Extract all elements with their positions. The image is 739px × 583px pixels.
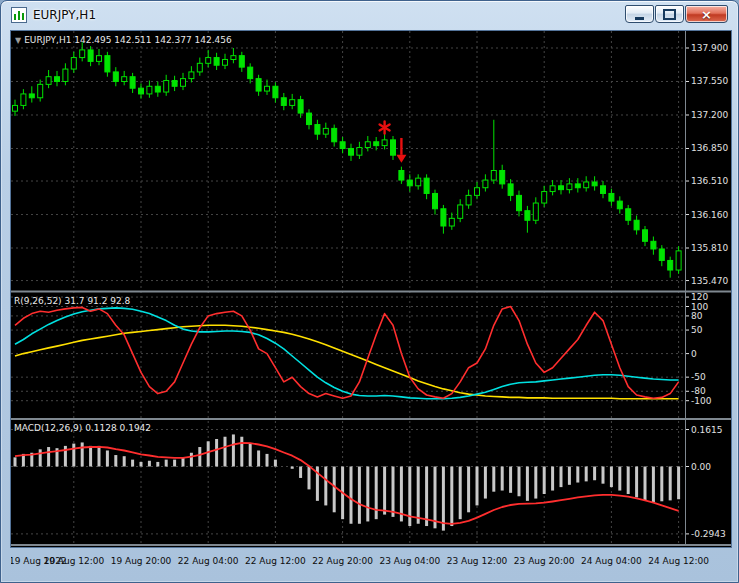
rci-indicator-label: R(9,26,52) 31.7 91.2 92.8	[14, 296, 130, 306]
time-label: 22 Aug 12:00	[245, 556, 306, 566]
rci-axis-label: 0	[691, 349, 697, 359]
candle-body	[323, 128, 328, 134]
time-label: 22 Aug 04:00	[178, 556, 239, 566]
price-axis-label: 135.810	[691, 243, 728, 253]
ohlc-readout: EURJPY,H1 142.495 142.511 142.377 142.45…	[24, 35, 232, 45]
candle-body	[298, 100, 303, 113]
candle-body	[466, 195, 471, 205]
candle-body	[55, 77, 60, 82]
close-icon: ×	[701, 7, 712, 22]
minimize-icon	[635, 17, 644, 20]
price-axis-label: 136.850	[691, 143, 728, 153]
candle-body	[357, 148, 362, 156]
macd-signal-line	[15, 443, 679, 524]
candle-body	[197, 63, 202, 72]
candle-body	[491, 170, 496, 180]
candle-body	[239, 56, 244, 67]
candle-body	[122, 77, 127, 82]
candle-body	[130, 77, 135, 88]
chart-area[interactable]: 137.900137.550137.200136.850136.510136.1…	[10, 30, 732, 548]
pane-splitter[interactable]	[11, 418, 731, 420]
price-axis-label: 137.200	[691, 110, 728, 120]
candle-body	[13, 105, 18, 111]
candle-body	[517, 195, 522, 210]
candle-body	[105, 56, 110, 72]
pane-splitter[interactable]	[11, 291, 731, 293]
candle-body	[508, 184, 513, 195]
candle-body	[601, 186, 606, 194]
candle-body	[441, 209, 446, 226]
time-axis[interactable]: 19 Aug 202219 Aug 12:0019 Aug 20:0022 Au…	[11, 550, 733, 574]
candle-body	[500, 170, 505, 183]
candle-body	[416, 178, 421, 186]
price-scale-separator[interactable]	[685, 31, 686, 544]
rci-axis-label: 50	[691, 325, 703, 335]
maximize-button[interactable]	[655, 5, 684, 23]
candle-body	[189, 72, 194, 79]
candle-body	[676, 251, 681, 270]
candle-body	[475, 188, 480, 196]
macd-indicator-label: MACD(12,26,9) 0.1128 0.1942	[14, 423, 151, 433]
candle-body	[164, 81, 169, 92]
candle-body	[71, 58, 76, 69]
candle-body	[307, 113, 312, 124]
candle-body	[113, 72, 118, 82]
rci-axis-label: 80	[691, 311, 703, 321]
candle-body	[172, 81, 177, 87]
chart-window-icon	[11, 7, 27, 23]
candle-body	[542, 192, 547, 203]
candle-body	[458, 205, 463, 218]
time-label: 23 Aug 12:00	[447, 556, 508, 566]
time-label: 24 Aug 04:00	[581, 556, 642, 566]
candle-body	[584, 182, 589, 188]
candle-body	[206, 58, 211, 64]
chart-canvas[interactable]: 137.900137.550137.200136.850136.510136.1…	[11, 31, 731, 547]
candle-body	[374, 142, 379, 146]
close-button[interactable]: ×	[685, 5, 728, 23]
candle-body	[340, 142, 345, 149]
candle-body	[214, 58, 219, 66]
macd-axis-label: 0.00	[691, 462, 711, 472]
price-axis-label: 136.160	[691, 210, 728, 220]
window-title: EURJPY,H1	[33, 8, 96, 22]
candle-body	[643, 230, 648, 241]
candle-body	[533, 203, 538, 220]
candle-body	[80, 50, 85, 58]
candle-body	[559, 186, 564, 190]
candle-body	[281, 98, 286, 106]
minimize-button[interactable]	[625, 5, 654, 23]
rci-axis-label: -100	[691, 396, 712, 406]
candle-body	[315, 125, 320, 135]
time-label: 19 Aug 12:00	[43, 556, 104, 566]
time-label: 24 Aug 12:00	[648, 556, 709, 566]
window-controls: ×	[625, 5, 728, 23]
candle-body	[365, 142, 370, 148]
candle-body	[483, 180, 488, 188]
candle-body	[567, 184, 572, 190]
maximize-icon	[663, 9, 676, 20]
candle-body	[63, 69, 68, 81]
candle-body	[575, 184, 580, 188]
candle-body	[38, 84, 43, 97]
candle-body	[634, 220, 639, 230]
macd-axis-label: 0.1615	[691, 425, 723, 435]
candle-body	[223, 59, 228, 65]
time-label: 23 Aug 04:00	[379, 556, 440, 566]
down-arrow-head-icon	[396, 155, 406, 163]
candle-body	[290, 100, 295, 106]
collapse-arrow-icon[interactable]: ▼	[15, 36, 21, 45]
candle-body	[256, 79, 261, 91]
time-label: 22 Aug 20:00	[312, 556, 373, 566]
title-bar[interactable]: EURJPY,H1 ×	[1, 1, 738, 29]
rci-axis-label: -50	[691, 372, 706, 382]
candle-body	[407, 180, 412, 186]
candle-body	[659, 249, 664, 260]
chart-bottom-edge	[11, 544, 731, 546]
candle-body	[265, 86, 270, 91]
candle-body	[248, 67, 253, 78]
symbol-info-line: ▼EURJPY,H1 142.495 142.511 142.377 142.4…	[15, 35, 232, 45]
candle-body	[382, 140, 387, 146]
candle-body	[399, 170, 404, 180]
candle-body	[349, 148, 354, 155]
macd-axis-label: -0.2943	[691, 529, 726, 539]
